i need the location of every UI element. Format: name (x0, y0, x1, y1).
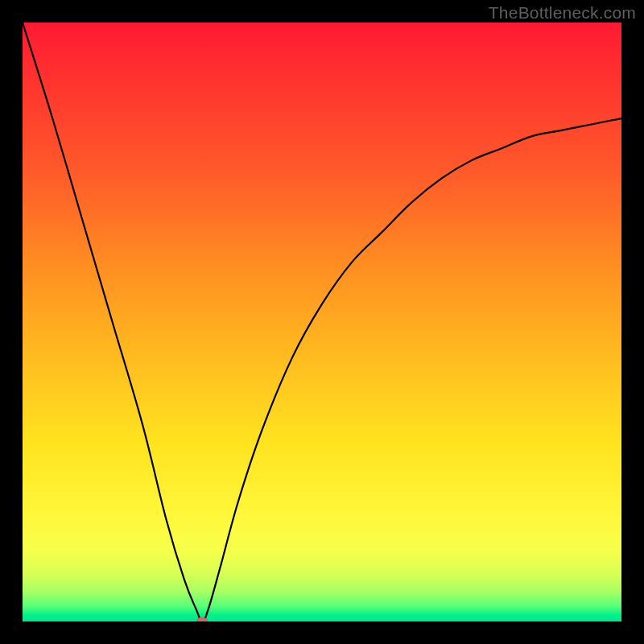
optimum-marker (196, 617, 208, 622)
plot-area (23, 23, 621, 621)
bottleneck-curve (23, 23, 621, 621)
watermark-text: TheBottleneck.com (489, 3, 636, 23)
chart-frame: TheBottleneck.com (0, 0, 644, 644)
